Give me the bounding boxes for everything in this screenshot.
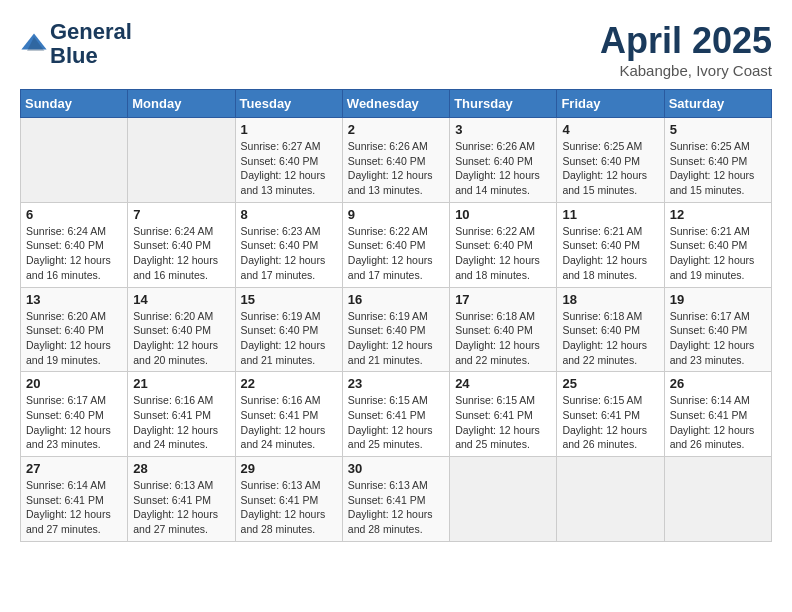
calendar-cell: 23Sunrise: 6:15 AMSunset: 6:41 PMDayligh…: [342, 372, 449, 457]
calendar-header: SundayMondayTuesdayWednesdayThursdayFrid…: [21, 90, 772, 118]
day-number: 18: [562, 292, 658, 307]
day-info: Sunrise: 6:24 AMSunset: 6:40 PMDaylight:…: [133, 224, 229, 283]
calendar-cell: 18Sunrise: 6:18 AMSunset: 6:40 PMDayligh…: [557, 287, 664, 372]
calendar-cell: 13Sunrise: 6:20 AMSunset: 6:40 PMDayligh…: [21, 287, 128, 372]
day-info: Sunrise: 6:20 AMSunset: 6:40 PMDaylight:…: [133, 309, 229, 368]
day-info: Sunrise: 6:26 AMSunset: 6:40 PMDaylight:…: [348, 139, 444, 198]
calendar-cell: [450, 457, 557, 542]
day-number: 1: [241, 122, 337, 137]
calendar-cell: 30Sunrise: 6:13 AMSunset: 6:41 PMDayligh…: [342, 457, 449, 542]
calendar-cell: 12Sunrise: 6:21 AMSunset: 6:40 PMDayligh…: [664, 202, 771, 287]
calendar-cell: 27Sunrise: 6:14 AMSunset: 6:41 PMDayligh…: [21, 457, 128, 542]
calendar-week-4: 20Sunrise: 6:17 AMSunset: 6:40 PMDayligh…: [21, 372, 772, 457]
calendar-cell: 9Sunrise: 6:22 AMSunset: 6:40 PMDaylight…: [342, 202, 449, 287]
calendar-cell: 4Sunrise: 6:25 AMSunset: 6:40 PMDaylight…: [557, 118, 664, 203]
calendar-week-3: 13Sunrise: 6:20 AMSunset: 6:40 PMDayligh…: [21, 287, 772, 372]
logo-icon: [20, 30, 48, 58]
calendar-cell: 5Sunrise: 6:25 AMSunset: 6:40 PMDaylight…: [664, 118, 771, 203]
calendar-cell: 25Sunrise: 6:15 AMSunset: 6:41 PMDayligh…: [557, 372, 664, 457]
day-number: 7: [133, 207, 229, 222]
calendar-body: 1Sunrise: 6:27 AMSunset: 6:40 PMDaylight…: [21, 118, 772, 542]
day-number: 29: [241, 461, 337, 476]
day-info: Sunrise: 6:27 AMSunset: 6:40 PMDaylight:…: [241, 139, 337, 198]
day-info: Sunrise: 6:21 AMSunset: 6:40 PMDaylight:…: [670, 224, 766, 283]
day-info: Sunrise: 6:13 AMSunset: 6:41 PMDaylight:…: [241, 478, 337, 537]
day-number: 15: [241, 292, 337, 307]
calendar-cell: 26Sunrise: 6:14 AMSunset: 6:41 PMDayligh…: [664, 372, 771, 457]
day-number: 12: [670, 207, 766, 222]
calendar-cell: [664, 457, 771, 542]
day-of-week-saturday: Saturday: [664, 90, 771, 118]
day-number: 6: [26, 207, 122, 222]
day-info: Sunrise: 6:19 AMSunset: 6:40 PMDaylight:…: [348, 309, 444, 368]
day-info: Sunrise: 6:17 AMSunset: 6:40 PMDaylight:…: [670, 309, 766, 368]
day-info: Sunrise: 6:14 AMSunset: 6:41 PMDaylight:…: [670, 393, 766, 452]
calendar-cell: 10Sunrise: 6:22 AMSunset: 6:40 PMDayligh…: [450, 202, 557, 287]
day-info: Sunrise: 6:17 AMSunset: 6:40 PMDaylight:…: [26, 393, 122, 452]
calendar-cell: 8Sunrise: 6:23 AMSunset: 6:40 PMDaylight…: [235, 202, 342, 287]
day-info: Sunrise: 6:15 AMSunset: 6:41 PMDaylight:…: [562, 393, 658, 452]
day-number: 16: [348, 292, 444, 307]
calendar-week-2: 6Sunrise: 6:24 AMSunset: 6:40 PMDaylight…: [21, 202, 772, 287]
calendar-subtitle: Kabangbe, Ivory Coast: [600, 62, 772, 79]
logo-text: General Blue: [50, 20, 132, 68]
calendar-cell: 22Sunrise: 6:16 AMSunset: 6:41 PMDayligh…: [235, 372, 342, 457]
day-number: 11: [562, 207, 658, 222]
day-number: 27: [26, 461, 122, 476]
day-info: Sunrise: 6:18 AMSunset: 6:40 PMDaylight:…: [455, 309, 551, 368]
day-info: Sunrise: 6:25 AMSunset: 6:40 PMDaylight:…: [562, 139, 658, 198]
calendar-cell: 19Sunrise: 6:17 AMSunset: 6:40 PMDayligh…: [664, 287, 771, 372]
day-info: Sunrise: 6:22 AMSunset: 6:40 PMDaylight:…: [455, 224, 551, 283]
day-info: Sunrise: 6:18 AMSunset: 6:40 PMDaylight:…: [562, 309, 658, 368]
calendar-cell: 16Sunrise: 6:19 AMSunset: 6:40 PMDayligh…: [342, 287, 449, 372]
day-info: Sunrise: 6:14 AMSunset: 6:41 PMDaylight:…: [26, 478, 122, 537]
day-of-week-tuesday: Tuesday: [235, 90, 342, 118]
calendar-cell: [21, 118, 128, 203]
calendar-cell: 17Sunrise: 6:18 AMSunset: 6:40 PMDayligh…: [450, 287, 557, 372]
calendar-cell: 3Sunrise: 6:26 AMSunset: 6:40 PMDaylight…: [450, 118, 557, 203]
day-info: Sunrise: 6:26 AMSunset: 6:40 PMDaylight:…: [455, 139, 551, 198]
day-of-week-thursday: Thursday: [450, 90, 557, 118]
day-of-week-friday: Friday: [557, 90, 664, 118]
day-number: 13: [26, 292, 122, 307]
day-of-week-monday: Monday: [128, 90, 235, 118]
day-number: 9: [348, 207, 444, 222]
calendar-cell: 28Sunrise: 6:13 AMSunset: 6:41 PMDayligh…: [128, 457, 235, 542]
day-info: Sunrise: 6:16 AMSunset: 6:41 PMDaylight:…: [133, 393, 229, 452]
day-number: 3: [455, 122, 551, 137]
calendar-cell: 29Sunrise: 6:13 AMSunset: 6:41 PMDayligh…: [235, 457, 342, 542]
calendar-title: April 2025: [600, 20, 772, 62]
day-number: 24: [455, 376, 551, 391]
day-info: Sunrise: 6:20 AMSunset: 6:40 PMDaylight:…: [26, 309, 122, 368]
day-info: Sunrise: 6:15 AMSunset: 6:41 PMDaylight:…: [348, 393, 444, 452]
day-number: 20: [26, 376, 122, 391]
day-number: 17: [455, 292, 551, 307]
days-of-week-row: SundayMondayTuesdayWednesdayThursdayFrid…: [21, 90, 772, 118]
calendar-cell: 11Sunrise: 6:21 AMSunset: 6:40 PMDayligh…: [557, 202, 664, 287]
day-info: Sunrise: 6:23 AMSunset: 6:40 PMDaylight:…: [241, 224, 337, 283]
day-number: 8: [241, 207, 337, 222]
calendar-cell: 14Sunrise: 6:20 AMSunset: 6:40 PMDayligh…: [128, 287, 235, 372]
calendar-cell: 2Sunrise: 6:26 AMSunset: 6:40 PMDaylight…: [342, 118, 449, 203]
day-info: Sunrise: 6:24 AMSunset: 6:40 PMDaylight:…: [26, 224, 122, 283]
calendar-cell: 20Sunrise: 6:17 AMSunset: 6:40 PMDayligh…: [21, 372, 128, 457]
calendar-cell: 6Sunrise: 6:24 AMSunset: 6:40 PMDaylight…: [21, 202, 128, 287]
day-info: Sunrise: 6:22 AMSunset: 6:40 PMDaylight:…: [348, 224, 444, 283]
day-info: Sunrise: 6:16 AMSunset: 6:41 PMDaylight:…: [241, 393, 337, 452]
day-number: 23: [348, 376, 444, 391]
day-info: Sunrise: 6:15 AMSunset: 6:41 PMDaylight:…: [455, 393, 551, 452]
day-number: 30: [348, 461, 444, 476]
calendar-cell: [128, 118, 235, 203]
day-number: 22: [241, 376, 337, 391]
calendar-cell: 1Sunrise: 6:27 AMSunset: 6:40 PMDaylight…: [235, 118, 342, 203]
page-header: General Blue April 2025 Kabangbe, Ivory …: [20, 20, 772, 79]
day-info: Sunrise: 6:25 AMSunset: 6:40 PMDaylight:…: [670, 139, 766, 198]
calendar-cell: [557, 457, 664, 542]
day-number: 5: [670, 122, 766, 137]
day-number: 25: [562, 376, 658, 391]
day-number: 10: [455, 207, 551, 222]
day-number: 21: [133, 376, 229, 391]
day-number: 4: [562, 122, 658, 137]
calendar-cell: 24Sunrise: 6:15 AMSunset: 6:41 PMDayligh…: [450, 372, 557, 457]
day-info: Sunrise: 6:13 AMSunset: 6:41 PMDaylight:…: [133, 478, 229, 537]
